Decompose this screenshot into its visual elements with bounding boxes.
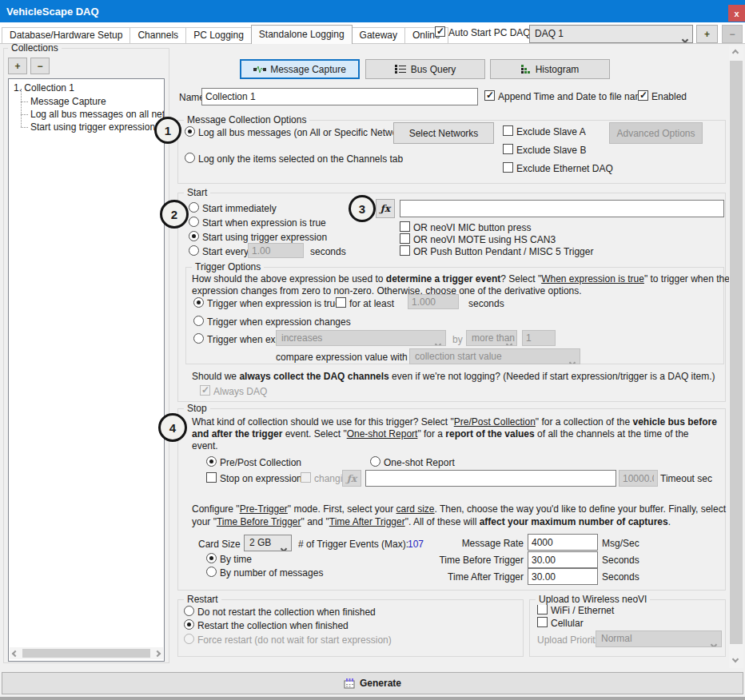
desc-underline: Time After Trigger [329, 516, 405, 527]
message-rate-input[interactable] [528, 534, 598, 551]
remove-daq-button: − [722, 25, 743, 43]
by-number-of-messages-radio[interactable] [206, 567, 217, 577]
vehiclescape-daq-window: VehicleScape DAQ x Database/Hardware Set… [0, 0, 745, 700]
start-immediately-radio[interactable] [189, 202, 199, 213]
start-expression-input[interactable] [400, 200, 724, 217]
always-daq-question: Should we always collect the DAQ channel… [192, 371, 715, 382]
for-at-least-checkbox[interactable] [336, 297, 346, 308]
do-not-restart-radio[interactable] [184, 606, 194, 616]
stop-expression-input[interactable] [365, 470, 616, 487]
stop-on-expression-checkbox[interactable] [206, 472, 217, 483]
tree-item-log-all-bus-messages[interactable]: Log all bus messages on all networks [19, 108, 164, 121]
stop-desc-line3: event. [192, 440, 218, 451]
desc-text: Configure " [192, 503, 240, 515]
stop-group-label: Stop [184, 404, 210, 414]
desc-bold: affect your maximum number of captures [480, 516, 668, 527]
time-before-trigger-input[interactable] [528, 551, 598, 568]
or-neovi-mic-checkbox[interactable] [400, 221, 410, 232]
trigger-when-expression-radio[interactable] [193, 333, 204, 344]
exclude-ethernet-daq-checkbox[interactable] [503, 162, 513, 173]
compare-expression-label: compare expression value with [276, 352, 408, 363]
add-collection-button[interactable]: + [8, 58, 27, 74]
start-every-seconds-label: seconds [310, 246, 346, 257]
add-daq-button[interactable]: + [696, 25, 718, 43]
card-size-dropdown[interactable]: 2 GB [244, 535, 292, 551]
tab-standalone-logging[interactable]: Standalone Logging [251, 25, 353, 44]
desc-underline: When expression is true [541, 273, 644, 284]
histogram-button[interactable]: Histogram [490, 59, 610, 79]
tab-channels[interactable]: Channels [129, 27, 186, 43]
tab-pc-logging[interactable]: PC Logging [185, 27, 252, 43]
log-all-bus-messages-radio[interactable] [185, 126, 195, 137]
trigger-when-changes-label: Trigger when expression changes [207, 316, 351, 328]
tab-bar: Database/Hardware Setup Channels PC Logg… [0, 22, 745, 44]
main-vertical-scrollbar[interactable] [729, 46, 743, 668]
derivative-direction-value: increases [281, 332, 322, 344]
collections-tree: 1. Collection 1 Message Capture Log all … [8, 78, 165, 662]
scroll-left-icon[interactable] [12, 650, 18, 657]
exclude-slave-b-checkbox[interactable] [503, 144, 513, 154]
generate-button[interactable]: Generate [2, 672, 743, 694]
plus-icon: + [14, 61, 20, 72]
stop-on-expression-label: Stop on expression [220, 473, 302, 484]
tree-scrollbar-thumb[interactable] [22, 649, 150, 658]
remove-collection-button[interactable]: − [30, 58, 50, 74]
message-capture-button[interactable]: Message Capture [240, 59, 360, 79]
tree-children: Message Capture Log all bus messages on … [19, 95, 164, 133]
select-networks-button[interactable]: Select Networks [393, 122, 494, 144]
log-all-bus-messages-label: Log all bus messages (on All or Specific… [198, 127, 413, 138]
scroll-up-icon[interactable] [732, 50, 739, 56]
start-using-trigger-radio[interactable] [189, 231, 199, 241]
append-time-date-checkbox[interactable] [484, 90, 495, 101]
restart-when-finished-label: Restart the collection when finished [197, 620, 349, 631]
desc-text: even if we're not logging? (Needed if st… [389, 371, 715, 382]
tree-item-collection-1[interactable]: 1. Collection 1 [9, 79, 164, 95]
cellular-checkbox[interactable] [537, 617, 548, 627]
cellular-label: Cellular [551, 618, 584, 629]
log-only-selected-radio[interactable] [185, 153, 195, 163]
main-scrollbar-thumb[interactable] [730, 61, 743, 644]
daq-selector-dropdown[interactable]: DAQ 1 [529, 25, 693, 43]
trigger-events-max-label: # of Trigger Events (Max): [298, 539, 408, 550]
trigger-when-true-label: Trigger when expression is true [207, 298, 341, 309]
enabled-checkbox[interactable] [638, 90, 648, 101]
pre-post-collection-radio[interactable] [206, 456, 217, 467]
tab-gateway[interactable]: Gateway [352, 27, 405, 43]
title-bar: VehicleScape DAQ [0, 0, 745, 22]
close-button[interactable]: x [728, 5, 745, 22]
exclude-slave-a-checkbox[interactable] [503, 125, 513, 136]
tree-horizontal-scrollbar[interactable] [10, 647, 163, 659]
scroll-down-icon[interactable] [732, 656, 739, 662]
scroll-right-icon[interactable] [154, 650, 161, 657]
restart-when-finished-radio[interactable] [184, 619, 194, 630]
tree-item-message-capture[interactable]: Message Capture [19, 95, 164, 108]
select-networks-label: Select Networks [409, 128, 479, 139]
start-when-expression-radio[interactable] [189, 217, 199, 227]
or-neovi-mote-checkbox[interactable] [400, 233, 410, 244]
trigger-when-true-radio[interactable] [193, 297, 204, 308]
fx-expression-button[interactable]: ƒx [376, 199, 395, 218]
or-push-button-checkbox[interactable] [400, 245, 410, 256]
pre-post-collection-label: Pre/Post Collection [220, 457, 301, 468]
tree-item-start-using-trigger[interactable]: Start using trigger expression [19, 121, 164, 133]
trigger-when-changes-radio[interactable] [193, 316, 204, 326]
bus-query-button[interactable]: Bus Query [365, 59, 485, 79]
one-shot-report-radio[interactable] [370, 456, 380, 467]
desc-text: " for a collection of the [536, 416, 633, 428]
start-every-radio[interactable] [189, 245, 199, 256]
desc-bold: and after the trigger [192, 428, 282, 439]
time-after-trigger-label: Time After Trigger [436, 571, 524, 583]
chevron-down-icon [570, 355, 575, 364]
time-after-trigger-input[interactable] [528, 568, 598, 585]
chevron-down-icon [711, 637, 716, 647]
desc-text: " for a [417, 428, 445, 439]
wifi-ethernet-checkbox[interactable] [537, 604, 548, 614]
collection-name-input[interactable] [201, 88, 478, 105]
generate-label: Generate [360, 678, 401, 689]
tab-database-hardware-setup[interactable]: Database/Hardware Setup [2, 27, 130, 43]
desc-underline: Pre/Post Collection [454, 416, 536, 428]
by-time-radio[interactable] [206, 553, 217, 563]
compare-value-dropdown: collection start value [409, 348, 580, 364]
stop-desc-line2: and after the trigger event. Select "One… [192, 428, 689, 439]
auto-start-pc-daq-checkbox[interactable] [435, 26, 445, 37]
